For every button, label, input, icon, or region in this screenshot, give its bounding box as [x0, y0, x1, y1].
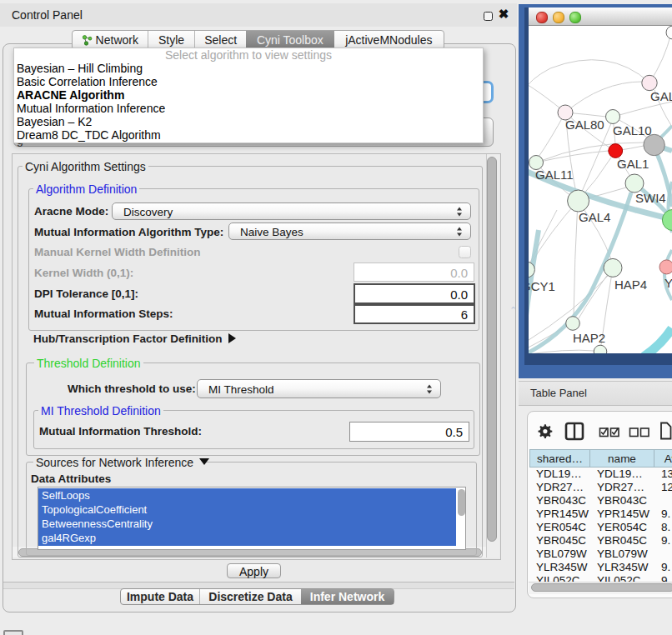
svg-text:GAL10: GAL10	[613, 123, 652, 138]
svg-text:GCY1: GCY1	[529, 279, 555, 293]
svg-text:HAP2: HAP2	[573, 331, 605, 345]
svg-text:HAP4: HAP4	[614, 278, 647, 292]
svg-text:SWI4: SWI4	[635, 191, 666, 205]
svg-text:GAL4: GAL4	[579, 210, 610, 224]
svg-text:GAL11: GAL11	[535, 168, 574, 182]
svg-text:GAL80: GAL80	[565, 118, 604, 132]
svg-text:YJ: YJ	[664, 276, 672, 290]
svg-text:GAL7: GAL7	[650, 89, 672, 103]
svg-text:GAL1: GAL1	[617, 157, 649, 171]
